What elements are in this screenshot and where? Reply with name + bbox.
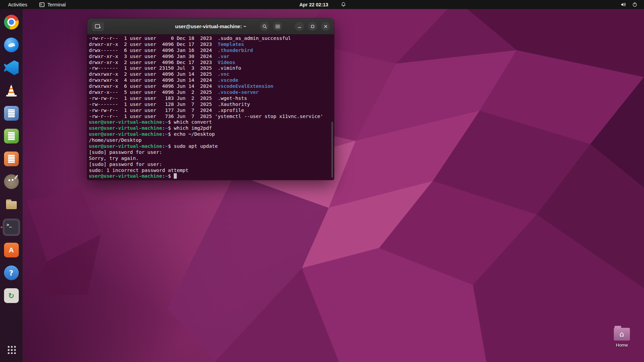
scrollbar-thumb[interactable] <box>331 122 333 178</box>
terminal-line: -rw------- 1 user user 23150 Jul 3 2025 … <box>89 65 334 71</box>
house-icon: ⌂ <box>620 330 624 338</box>
dock-item-chrome[interactable] <box>3 13 20 31</box>
terminal-window: user@user-virtual-machine: ~ <box>87 18 334 180</box>
running-indicator <box>1 227 2 228</box>
terminal-line: drwxrwxr-x 6 user user 4096 Jun 14 2024 … <box>89 83 334 89</box>
terminal-line: user@user-virtual-machine:~$ which img2p… <box>89 125 334 131</box>
calc-icon <box>4 129 19 143</box>
terminal-line: /home/user/Desktop <box>89 137 334 143</box>
dock-item-software-updater[interactable]: ↻ <box>3 287 20 304</box>
hamburger-icon <box>275 24 280 28</box>
minimize-button[interactable] <box>295 22 304 31</box>
terminal-line: -rw-rw-r-- 1 user user 177 Jun 7 2024 .x… <box>89 108 334 114</box>
help-icon: ? <box>4 265 19 280</box>
close-icon <box>324 24 328 28</box>
ubuntu-software-icon: A <box>4 243 19 257</box>
chrome-icon <box>4 15 19 29</box>
app-grid-button[interactable] <box>7 345 16 354</box>
dock-item-writer[interactable] <box>3 105 20 122</box>
close-button[interactable] <box>321 22 330 31</box>
maximize-button[interactable] <box>308 22 317 31</box>
power-icon[interactable] <box>632 2 637 7</box>
terminal-screen[interactable]: -rw-r--r-- 1 user user 0 Dec 18 2023 .su… <box>87 35 334 180</box>
terminal-line: drwxr-xr-x 2 user user 4096 Dec 17 2023 … <box>89 60 334 66</box>
files-icon <box>4 197 19 212</box>
terminal-line: drwxrwxr-x 2 user user 4096 Jun 14 2025 … <box>89 71 334 77</box>
dock-item-vscode[interactable] <box>3 59 20 76</box>
terminal-line: user@user-virtual-machine:~$ which conve… <box>89 119 334 125</box>
terminal-app-icon <box>39 2 45 7</box>
terminal-line: drwxrwxr-x 4 user user 4096 Jun 14 2024 … <box>89 77 334 83</box>
dock: >_A?↻ <box>0 9 23 362</box>
bell-icon[interactable] <box>341 2 346 7</box>
clock-button[interactable]: Apr 22 02:13 <box>298 0 329 9</box>
activities-label: Activities <box>8 2 27 7</box>
focused-app-label: Terminal <box>47 2 66 7</box>
terminal-line: [sudo] password for user: <box>89 149 334 156</box>
new-terminal-button[interactable] <box>92 22 104 31</box>
vlc-icon <box>4 83 19 98</box>
minimize-icon <box>298 24 302 28</box>
home-folder-icon: ⌂ <box>614 328 630 341</box>
terminal-headerbar[interactable]: user@user-virtual-machine: ~ <box>87 18 334 35</box>
terminal-line: drwx------ 6 user user 4096 Jan 16 2024 … <box>89 48 334 54</box>
dock-item-thunderbird[interactable] <box>3 36 20 54</box>
terminal-line: user@user-virtual-machine:~$ sudo apt up… <box>89 143 334 149</box>
activities-button[interactable]: Activities <box>7 0 29 9</box>
new-tab-icon <box>95 24 101 29</box>
writer-icon <box>4 106 19 121</box>
menu-button[interactable] <box>273 22 282 31</box>
terminal-line: drwxr-x--- 5 user user 4096 Jun 2 2025 .… <box>89 89 334 96</box>
desktop-home-launcher[interactable]: ⌂ Home <box>607 328 637 348</box>
dock-item-calc[interactable] <box>3 127 20 145</box>
terminal-line: Sorry, try again. <box>89 156 334 162</box>
dock-item-impress[interactable] <box>3 150 20 168</box>
terminal-icon: >_ <box>4 220 19 235</box>
dock-item-terminal[interactable]: >_ <box>3 219 20 236</box>
terminal-line: -rw-r--r-- 1 user user 736 Jun 7 2025 'y… <box>89 114 334 120</box>
terminal-line: -rw-rw-r-- 1 user user 183 Jun 2 2025 .w… <box>89 96 334 102</box>
terminal-line: user@user-virtual-machine:~$ echo ~/Desk… <box>89 131 334 137</box>
dock-item-files[interactable] <box>3 196 20 213</box>
dock-item-help[interactable]: ? <box>3 264 20 282</box>
terminal-line: -rw-r--r-- 1 user user 0 Dec 18 2023 .su… <box>89 36 334 42</box>
terminal-line: drwxr-xr-x 2 user user 4096 Dec 17 2023 … <box>89 42 334 48</box>
folder-body: ⌂ <box>614 328 630 341</box>
focused-app-indicator[interactable]: Terminal <box>38 0 67 9</box>
gimp-icon <box>4 174 19 189</box>
maximize-icon <box>311 24 315 28</box>
dock-item-gimp[interactable] <box>3 173 20 190</box>
impress-icon <box>4 152 19 166</box>
terminal-line: [sudo] password for user: <box>89 162 334 168</box>
thunderbird-icon <box>4 38 19 52</box>
software-updater-icon: ↻ <box>4 288 19 303</box>
vscode-icon <box>4 60 19 75</box>
terminal-line: -rw------- 1 user user 128 Jun 7 2025 .X… <box>89 102 334 108</box>
terminal-line: sudo: 1 incorrect password attempt <box>89 168 334 174</box>
terminal-line: user@user-virtual-machine:~$ <box>89 173 334 179</box>
dock-item-vlc[interactable] <box>3 82 20 99</box>
terminal-line: drwxr-xr-x 3 user user 4096 Jan 30 2024 … <box>89 54 334 60</box>
search-icon <box>262 24 267 29</box>
search-button[interactable] <box>260 22 269 31</box>
home-label: Home <box>616 343 628 348</box>
volume-icon[interactable] <box>621 2 626 7</box>
dock-item-ubuntu-software[interactable]: A <box>3 241 20 259</box>
top-bar: Activities Terminal Apr 22 02:13 <box>0 0 644 9</box>
clock-label: Apr 22 02:13 <box>299 2 328 7</box>
